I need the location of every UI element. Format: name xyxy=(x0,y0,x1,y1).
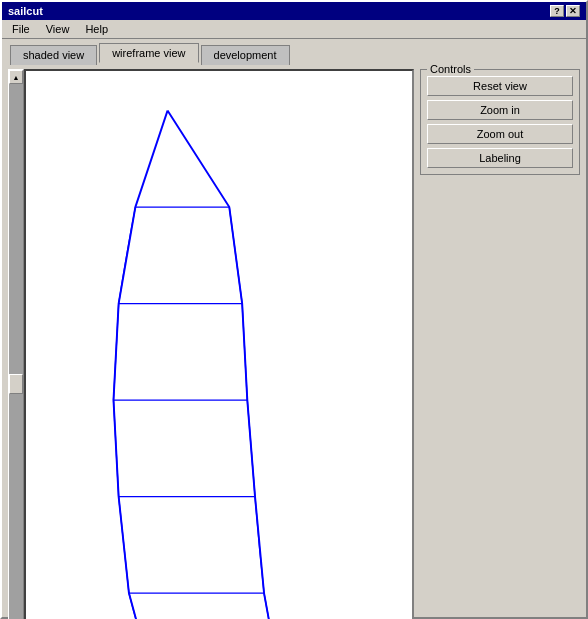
title-bar: sailcut ? ✕ xyxy=(2,2,586,20)
tabs-bar: shaded view wireframe view development xyxy=(2,39,586,63)
menu-help[interactable]: Help xyxy=(79,22,114,36)
controls-group-title: Controls xyxy=(427,63,474,75)
canvas-viewport xyxy=(24,69,414,619)
canvas-area: ▲ ▼ xyxy=(8,69,414,619)
reset-view-button[interactable]: Reset view xyxy=(427,76,573,96)
main-content: ▲ ▼ xyxy=(2,63,586,619)
vertical-scroll-track[interactable] xyxy=(9,84,23,619)
zoom-out-button[interactable]: Zoom out xyxy=(427,124,573,144)
labeling-button[interactable]: Labeling xyxy=(427,148,573,168)
help-button[interactable]: ? xyxy=(550,5,564,17)
tab-development[interactable]: development xyxy=(201,45,290,65)
menu-bar: File View Help xyxy=(2,20,586,39)
zoom-in-button[interactable]: Zoom in xyxy=(427,100,573,120)
title-bar-controls: ? ✕ xyxy=(550,5,580,17)
vertical-scroll-thumb[interactable] xyxy=(9,374,23,394)
sail-wireframe xyxy=(26,71,412,619)
canvas-with-scrollbars: ▲ ▼ xyxy=(8,69,414,619)
scroll-up-button[interactable]: ▲ xyxy=(9,70,23,84)
vertical-scrollbar[interactable]: ▲ ▼ xyxy=(8,69,24,619)
menu-view[interactable]: View xyxy=(40,22,76,36)
menu-file[interactable]: File xyxy=(6,22,36,36)
title-bar-left: sailcut xyxy=(8,5,43,17)
window-title: sailcut xyxy=(8,5,43,17)
tab-shaded-view[interactable]: shaded view xyxy=(10,45,97,65)
main-window: sailcut ? ✕ File View Help shaded view w… xyxy=(0,0,588,619)
right-panel: Controls Reset view Zoom in Zoom out Lab… xyxy=(420,69,580,619)
close-button[interactable]: ✕ xyxy=(566,5,580,17)
controls-group: Controls Reset view Zoom in Zoom out Lab… xyxy=(420,69,580,175)
tab-wireframe-view[interactable]: wireframe view xyxy=(99,43,198,63)
